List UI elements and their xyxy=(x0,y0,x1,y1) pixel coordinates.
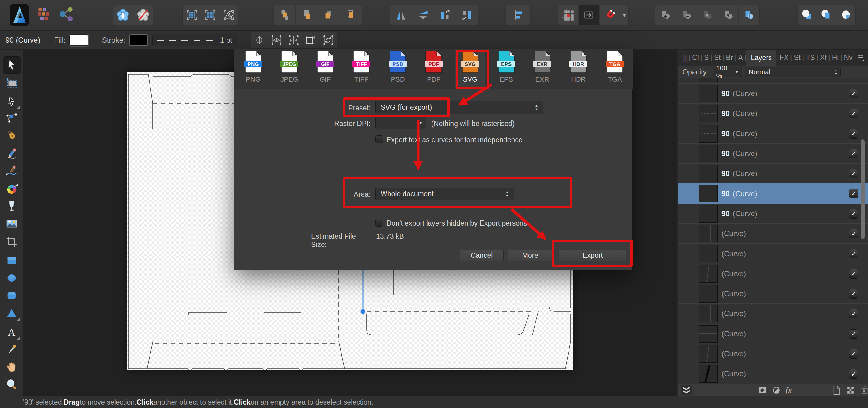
place-image-tool[interactable] xyxy=(5,217,18,230)
move-to-back-icon[interactable] xyxy=(274,5,296,25)
layer-row[interactable]: (Curve) ✓ xyxy=(678,304,868,323)
triangle-tool[interactable] xyxy=(5,307,18,320)
format-psd[interactable]: PSDPSD xyxy=(382,50,413,88)
panel-tab-s[interactable]: S xyxy=(702,50,710,66)
format-eps[interactable]: EPSEPS xyxy=(491,50,522,88)
artboard-tool[interactable] xyxy=(5,76,18,90)
panel-tab-cl[interactable]: Cl xyxy=(690,50,701,66)
panel-tab-ts[interactable]: TS xyxy=(804,50,816,66)
boolean-intersect-icon[interactable] xyxy=(697,5,718,25)
panel-tab-st[interactable]: St xyxy=(792,50,802,66)
move-back-one-icon[interactable] xyxy=(296,5,318,25)
affinity-designer-logo[interactable] xyxy=(9,4,29,27)
show-orientation-icon[interactable] xyxy=(268,32,285,49)
pixel-persona-icon[interactable] xyxy=(36,6,52,22)
preset-dropdown[interactable]: SVG (for export) ▲▼ xyxy=(375,100,544,114)
panel-tab-xf[interactable]: Xf xyxy=(818,50,829,66)
layer-visibility-checkbox[interactable]: ✓ xyxy=(849,269,859,279)
delete-layer-icon[interactable] xyxy=(859,385,868,396)
transparency-tool[interactable] xyxy=(5,199,18,213)
opacity-dropdown[interactable]: 100 % ▼ xyxy=(713,67,742,77)
format-gif[interactable]: GIFGIF xyxy=(310,50,341,88)
rotate-cw-icon[interactable] xyxy=(456,5,478,25)
insert-behind-icon[interactable] xyxy=(798,5,817,25)
layer-visibility-checkbox[interactable]: ✓ xyxy=(849,329,859,339)
layer-visibility-checkbox[interactable]: ✓ xyxy=(849,349,859,359)
layer-row[interactable]: 90(Curve) ✓ xyxy=(678,83,868,103)
layer-row[interactable]: (Curve) ✓ xyxy=(678,223,868,243)
alignment-icon[interactable] xyxy=(506,5,530,25)
flip-vertical-icon[interactable] xyxy=(412,5,434,25)
boolean-xor-icon[interactable] xyxy=(718,5,739,25)
cancel-button[interactable]: Cancel xyxy=(460,250,503,261)
layer-row[interactable]: (Curve) ✓ xyxy=(678,284,868,304)
layer-visibility-checkbox[interactable]: ✓ xyxy=(849,89,859,98)
stepper-icon[interactable]: ▲▼ xyxy=(505,190,509,197)
vector-brush-tool[interactable] xyxy=(5,164,18,177)
layer-visibility-checkbox[interactable]: ✓ xyxy=(849,229,859,239)
layer-row[interactable]: 90(Curve) ✓ xyxy=(678,203,868,223)
format-exr[interactable]: EXREXR xyxy=(527,50,558,88)
format-tiff[interactable]: TIFFTIFF xyxy=(346,50,377,88)
raster-dpi-dropdown[interactable]: ▼ xyxy=(375,117,426,129)
pen-tool[interactable] xyxy=(5,129,18,142)
boolean-divide-icon[interactable] xyxy=(739,5,760,25)
fill-tool[interactable] xyxy=(5,182,18,195)
transform-objects-separately-icon[interactable] xyxy=(303,32,320,49)
new-layer-icon[interactable] xyxy=(831,385,842,396)
layer-row-partial[interactable] xyxy=(678,79,868,83)
pixel-align-icon[interactable] xyxy=(183,5,201,25)
fill-swatch[interactable] xyxy=(69,34,88,46)
layer-visibility-checkbox[interactable]: ✓ xyxy=(849,249,859,258)
fx-icon[interactable]: fx xyxy=(785,385,792,395)
layer-visibility-checkbox[interactable]: ✓ xyxy=(849,129,859,138)
move-tool[interactable] xyxy=(5,58,18,71)
rounded-rectangle-tool[interactable] xyxy=(5,289,18,302)
panel-tab-a[interactable]: A xyxy=(737,50,745,66)
scrollbar[interactable] xyxy=(861,139,865,239)
layer-visibility-checkbox[interactable]: ✓ xyxy=(849,189,859,198)
transform-origin-icon[interactable] xyxy=(251,32,268,49)
pixel-grid-icon[interactable] xyxy=(558,5,579,25)
panel-tab-[interactable]: || xyxy=(681,50,689,66)
layer-visibility-checkbox[interactable]: ✓ xyxy=(849,369,859,379)
export-button[interactable]: Export xyxy=(559,250,626,261)
more-button[interactable]: More xyxy=(508,250,553,261)
layer-visibility-checkbox[interactable]: ✓ xyxy=(849,149,859,158)
format-pdf[interactable]: PDFPDF xyxy=(418,50,449,88)
export-persona-icon[interactable] xyxy=(58,6,74,22)
text-tool[interactable]: A xyxy=(5,326,18,339)
format-jpeg[interactable]: JPEGJPEG xyxy=(274,50,305,88)
boolean-add-icon[interactable] xyxy=(655,5,676,25)
rotate-ccw-icon[interactable] xyxy=(434,5,456,25)
layer-row[interactable]: (Curve) ✓ xyxy=(678,324,868,344)
insert-on-top-icon[interactable] xyxy=(836,5,856,25)
stroke-style-widget[interactable]: 1 pt xyxy=(152,34,237,46)
layer-visibility-checkbox[interactable]: ✓ xyxy=(849,209,859,219)
stroke-swatch[interactable] xyxy=(129,34,148,46)
panel-tab-br[interactable]: Br xyxy=(724,50,735,66)
panel-tab-fx[interactable]: FX xyxy=(778,50,790,66)
layer-visibility-checkbox[interactable]: ✓ xyxy=(849,289,859,299)
boolean-subtract-icon[interactable] xyxy=(676,5,697,25)
dont-export-hidden-layers-checkbox[interactable] xyxy=(375,219,383,226)
format-svg[interactable]: SVGSVG xyxy=(455,50,486,88)
force-pixel-align-icon[interactable] xyxy=(201,5,219,25)
pencil-tool[interactable] xyxy=(5,147,18,160)
layer-row-selected[interactable]: 90(Curve) ✓ xyxy=(678,183,868,203)
zoom-tool[interactable] xyxy=(5,378,18,390)
layer-row[interactable]: (Curve) ✓ xyxy=(678,243,868,263)
export-text-as-curves-checkbox[interactable] xyxy=(375,135,383,143)
hamburger-menu-icon[interactable] xyxy=(856,53,866,63)
format-tga[interactable]: TGATGA xyxy=(599,50,630,88)
vector-crop-tool[interactable] xyxy=(5,236,18,248)
point-transform-tool[interactable] xyxy=(5,112,18,124)
panel-tab-layers[interactable]: Layers xyxy=(746,50,776,66)
layer-visibility-checkbox[interactable]: ✓ xyxy=(849,309,859,318)
layer-visibility-checkbox[interactable]: ✓ xyxy=(849,109,859,118)
move-whole-pixels-icon[interactable] xyxy=(579,5,599,25)
blend-mode-dropdown[interactable]: Normal ▲▼ xyxy=(745,67,841,77)
panel-tab-st[interactable]: St xyxy=(712,50,723,66)
panel-tab-hi[interactable]: Hi xyxy=(830,50,841,66)
snap-off-icon[interactable] xyxy=(133,5,153,25)
